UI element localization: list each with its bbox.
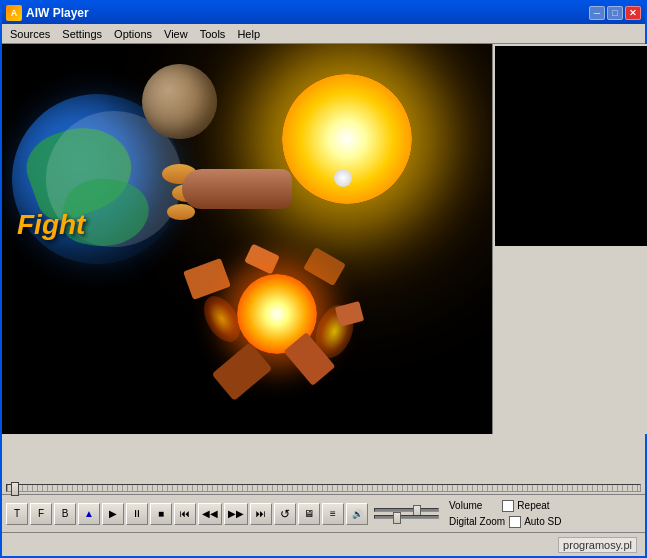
btn-display-mode[interactable]: 🖥 [298,503,320,525]
repeat-label: Repeat [517,500,549,511]
debris-6 [244,244,280,275]
btn-audio-settings[interactable]: 🔊 [346,503,368,525]
maximize-button[interactable]: □ [607,6,623,20]
debris-2 [303,247,346,286]
btn-up[interactable]: ▲ [78,503,100,525]
volume-track[interactable] [374,508,439,512]
btn-t[interactable]: T [6,503,28,525]
timeline-track[interactable] [6,484,641,492]
btn-loop[interactable]: ↺ [274,503,296,525]
repeat-checkbox[interactable] [502,500,514,512]
btn-b[interactable]: B [54,503,76,525]
menu-options[interactable]: Options [108,26,158,42]
engine-3 [167,204,195,220]
zoom-slider-row [374,515,439,519]
menu-view[interactable]: View [158,26,194,42]
btn-play[interactable]: ▶ [102,503,124,525]
space-scene: Fight [2,44,492,434]
window-title: AIW Player [26,6,89,20]
spaceship-body [182,169,292,209]
explosion [187,244,367,404]
watermark-text: programosy.pl [558,537,637,553]
right-controls: Volume Repeat Digital Zoom Auto SD [449,500,561,528]
debris-1 [183,258,231,300]
app-icon: A [6,5,22,21]
timeline-area[interactable] [2,480,645,494]
title-left: A AIW Player [6,5,89,21]
body-content: Fight [2,44,645,556]
zoom-label: Digital Zoom [449,516,505,527]
auto-sd-label: Auto SD [524,516,561,527]
menu-sources[interactable]: Sources [4,26,56,42]
btn-pause[interactable]: ⏸ [126,503,148,525]
zoom-thumb[interactable] [393,512,401,524]
zoom-track[interactable] [374,515,439,519]
minimize-button[interactable]: ─ [589,6,605,20]
fighter-text: Fight [17,209,85,241]
btn-rewind[interactable]: ◀◀ [198,503,222,525]
auto-sd-checkbox[interactable] [509,516,521,528]
repeat-check-row: Repeat [502,500,549,512]
close-button[interactable]: ✕ [625,6,641,20]
sliders-panel [374,508,439,519]
app-window: A AIW Player ─ □ ✕ Sources Settings Opti… [0,0,647,558]
video-row: Fight [2,44,645,480]
menu-bar: Sources Settings Options View Tools Help [2,24,645,44]
menu-settings[interactable]: Settings [56,26,108,42]
spaceship [162,154,312,224]
menu-tools[interactable]: Tools [194,26,232,42]
timeline-thumb[interactable] [11,482,19,496]
volume-label: Volume [449,500,482,511]
btn-f[interactable]: F [30,503,52,525]
btn-next[interactable]: ⏭ [250,503,272,525]
status-bar: programosy.pl [2,532,645,556]
btn-stop[interactable]: ■ [150,503,172,525]
small-space-object [334,169,352,187]
moon-asteroid [142,64,217,139]
right-video-display [495,46,647,246]
menu-help[interactable]: Help [231,26,266,42]
title-buttons: ─ □ ✕ [589,6,641,20]
btn-playlist[interactable]: ≡ [322,503,344,525]
volume-slider-row [374,508,439,512]
right-panel [492,44,647,434]
btn-fastforward[interactable]: ▶▶ [224,503,248,525]
video-area[interactable]: Fight [2,44,492,434]
auto-sd-check-row: Auto SD [509,516,561,528]
title-bar: A AIW Player ─ □ ✕ [2,2,645,24]
btn-prev[interactable]: ⏮ [174,503,196,525]
controls-area: T F B ▲ ▶ ⏸ ■ ⏮ ◀◀ ▶▶ ⏭ ↺ 🖥 ≡ 🔊 [2,494,645,532]
